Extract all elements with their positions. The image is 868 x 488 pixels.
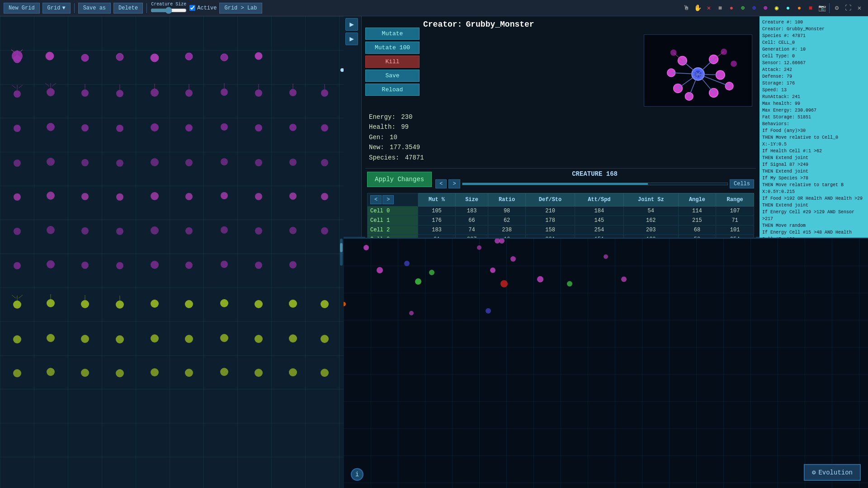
cell-val-2-6[interactable]: 68	[678, 225, 716, 235]
cell-val-1-7[interactable]: 71	[716, 216, 754, 225]
apply-changes-button[interactable]: Apply Changes	[367, 172, 432, 187]
svg-point-143	[721, 49, 727, 55]
save-button[interactable]: Save	[365, 70, 420, 82]
camera-icon[interactable]: 📷	[817, 3, 827, 13]
delete-button[interactable]: Delete	[113, 3, 143, 14]
active-checkbox-label[interactable]: Active	[189, 5, 217, 11]
creatures-layer	[0, 16, 344, 488]
svg-point-17	[221, 89, 228, 96]
plus-circle-icon[interactable]: ⊕	[749, 3, 759, 13]
svg-point-54	[321, 159, 328, 166]
creator-main: Mutate Mutate 100 Kill Save Reload Creat…	[362, 16, 760, 237]
save-as-button[interactable]: Save as	[78, 3, 111, 14]
cell-val-2-1[interactable]: 74	[456, 225, 488, 235]
cell-val-0-0[interactable]: 105	[418, 206, 456, 216]
cell-val-2-2[interactable]: 238	[488, 225, 526, 235]
cell-val-2-7[interactable]: 101	[716, 225, 754, 235]
prev-btn-2[interactable]: <	[370, 195, 382, 204]
table-row-1: Cell 1176666217814516221571	[368, 216, 754, 225]
cursor-icon[interactable]: 🖱	[681, 3, 691, 13]
cell-val-0-3[interactable]: 210	[526, 206, 575, 216]
cell-val-2-4[interactable]: 254	[575, 225, 623, 235]
svg-point-45	[14, 160, 21, 167]
close-icon[interactable]: ✕	[704, 3, 714, 13]
svg-point-106	[220, 334, 228, 342]
grid-scrollbar[interactable]	[340, 239, 343, 266]
svg-point-14	[116, 90, 123, 97]
info-line: THEN Move relative to Cell_0 X:-1Y:0.5	[762, 134, 865, 148]
mutate-button[interactable]: Mutate	[365, 28, 420, 40]
info-panel: Creature #: 100Creator: Grubby_MonsterSp…	[760, 16, 868, 238]
prev-button[interactable]: <	[435, 179, 447, 188]
svg-point-163	[344, 302, 346, 306]
svg-point-102	[81, 335, 89, 343]
collapse-right-btn[interactable]: ▶	[345, 33, 358, 45]
cell-val-1-2[interactable]: 62	[488, 216, 526, 225]
svg-point-74	[321, 227, 328, 235]
cell-val-0-7[interactable]: 107	[716, 206, 754, 216]
cell-val-0-2[interactable]: 98	[488, 206, 526, 216]
species-stat: Species: 47871	[369, 153, 752, 163]
creature-size-slider[interactable]	[151, 7, 187, 14]
grid-dropdown[interactable]: Grid ▼	[42, 3, 71, 14]
sep1	[74, 3, 75, 13]
gen-stat: Gen: 10	[369, 132, 752, 142]
svg-point-81	[221, 261, 228, 268]
cross-circle-icon[interactable]: ⊗	[760, 3, 770, 13]
stats-panel: Energy: 230 Health: 99 Gen: 10 New: 177.…	[365, 110, 756, 164]
new-grid-button[interactable]: New Grid	[4, 3, 40, 14]
cell-val-2-5[interactable]: 203	[624, 225, 679, 235]
grid-area[interactable]	[0, 16, 344, 488]
stop-icon[interactable]: ■	[715, 3, 725, 13]
cell-val-2-0[interactable]: 183	[418, 225, 456, 235]
expand-right-btn[interactable]: ▶	[345, 18, 358, 31]
dot2-icon[interactable]: ●	[794, 3, 804, 13]
target-icon[interactable]: ⊕	[738, 3, 748, 13]
svg-point-68	[116, 228, 123, 235]
info-line: Species #: 47871	[762, 33, 865, 39]
circle-icon[interactable]: ●	[726, 3, 736, 13]
square-icon[interactable]: ■	[806, 3, 816, 13]
expand-icon[interactable]: ⛶	[843, 3, 853, 13]
dot1-icon[interactable]: ●	[783, 3, 793, 13]
cell-val-1-6[interactable]: 215	[678, 216, 716, 225]
progress-fill	[462, 183, 648, 185]
settings-icon[interactable]: ⚙	[832, 3, 842, 13]
next-button[interactable]: >	[448, 179, 460, 188]
svg-point-59	[151, 192, 159, 200]
next-btn-2[interactable]: >	[382, 195, 394, 204]
world-view[interactable]: i ⚙ Evolution	[344, 238, 868, 488]
cell-val-1-4[interactable]: 145	[575, 216, 623, 225]
cell-val-1-0[interactable]: 176	[418, 216, 456, 225]
bull-icon[interactable]: ◉	[772, 3, 782, 13]
creature-label: CREATURE 168	[435, 170, 754, 178]
cell-val-1-1[interactable]: 66	[456, 216, 488, 225]
cell-val-0-6[interactable]: 114	[678, 206, 716, 216]
table-row-0: Cell 01051839821018454114107	[368, 206, 754, 216]
svg-point-5	[185, 53, 193, 60]
hand-icon[interactable]: ✋	[693, 3, 703, 13]
kill-button[interactable]: Kill	[365, 56, 420, 68]
reload-button[interactable]: Reload	[365, 84, 420, 96]
cell-val-1-3[interactable]: 178	[526, 216, 575, 225]
svg-point-82	[255, 262, 262, 269]
cell-val-0-4[interactable]: 184	[575, 206, 623, 216]
grid-lab-button[interactable]: Grid > Lab	[219, 3, 262, 14]
svg-point-12	[47, 88, 55, 96]
cell-val-1-5[interactable]: 162	[624, 216, 679, 225]
info-button[interactable]: i	[351, 468, 363, 481]
svg-point-37	[81, 124, 89, 131]
cell-val-0-5[interactable]: 54	[624, 206, 679, 216]
close2-icon[interactable]: ✕	[854, 3, 864, 13]
cells-tab[interactable]: Cells	[730, 179, 754, 188]
info-line: RunAttack: 241	[762, 94, 865, 100]
cell-val-0-1[interactable]: 183	[456, 206, 488, 216]
svg-point-18	[255, 89, 262, 97]
cell-val-2-3[interactable]: 158	[526, 225, 575, 235]
col-nav: < >	[368, 193, 418, 206]
evolution-button[interactable]: ⚙ Evolution	[804, 464, 861, 481]
mutate100-button[interactable]: Mutate 100	[365, 42, 420, 54]
info-line: Cell Type: 0	[762, 53, 865, 60]
active-checkbox[interactable]	[189, 5, 195, 11]
svg-point-150	[510, 256, 516, 262]
